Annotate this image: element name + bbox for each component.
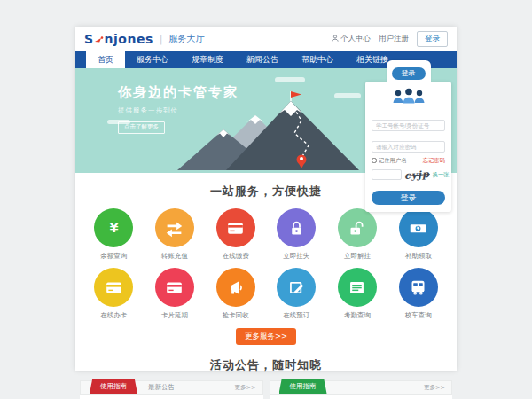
banknote-icon: ¥ — [399, 208, 438, 247]
service-item[interactable]: 立即解挂 — [327, 208, 388, 261]
left-more-link[interactable]: 更多>> — [235, 384, 256, 392]
register-link[interactable]: 用户注册 — [379, 34, 409, 44]
forgot-password-link[interactable]: 忘记密码 — [423, 157, 445, 165]
edit-icon — [277, 268, 316, 307]
logo[interactable]: S njones | 服务大厅 — [84, 31, 205, 48]
nav-item-news[interactable]: 新闻公告 — [235, 51, 290, 68]
webpage: S njones | 服务大厅 个人中心 用户注册 登录 首页 服务中心 规章制… — [75, 27, 457, 371]
personal-center-link[interactable]: 个人中心 — [332, 34, 371, 44]
announcements-left-panel: 使用指南 最新公告 更多>> — [80, 380, 263, 399]
service-label: 卡片延期 — [145, 311, 206, 320]
yen-icon: ¥ — [94, 208, 133, 247]
service-item[interactable]: ¥余额查询 — [83, 208, 145, 261]
unlock-icon — [338, 208, 377, 247]
site-header: S njones | 服务大厅 个人中心 用户注册 登录 — [75, 27, 457, 51]
hero-text-block: 你身边的卡管专家 提供服务一步到位 点击了解更多 — [118, 84, 239, 134]
more-services-button[interactable]: 更多服务>> — [236, 328, 296, 345]
cloud-decoration — [275, 77, 305, 82]
service-item[interactable]: 捡卡回收 — [205, 268, 266, 320]
nav-item-rules[interactable]: 规章制度 — [180, 51, 235, 68]
service-label: 立即挂失 — [266, 252, 327, 261]
service-label: 在线预订 — [266, 311, 327, 320]
login-panel: 登录 记住用户名 忘记密码 cyjp 换一张 — [365, 60, 451, 212]
card-icon — [155, 268, 194, 307]
tab-usage-guide-left[interactable]: 使用指南 — [90, 379, 137, 394]
service-item[interactable]: 校车查询 — [387, 268, 449, 320]
logo-divider: | — [160, 34, 163, 45]
service-item[interactable]: 考勤查询 — [327, 268, 388, 320]
service-item[interactable]: 在线办卡 — [83, 268, 145, 320]
person-icon — [332, 35, 339, 43]
hero-title: 你身边的卡管专家 — [118, 84, 239, 101]
login-tab: 登录 — [387, 60, 431, 82]
login-submit-button[interactable]: 登录 — [372, 191, 445, 205]
nav-item-home[interactable]: 首页 — [86, 51, 125, 68]
logo-text-left: S — [84, 32, 94, 46]
service-label: 在线缴费 — [205, 252, 266, 261]
remember-checkbox[interactable] — [372, 158, 377, 163]
captcha-input[interactable] — [372, 169, 402, 180]
service-label: 校车查询 — [387, 311, 449, 320]
list-icon — [338, 268, 377, 307]
hero-cta-button[interactable]: 点击了解更多 — [118, 121, 165, 134]
service-label: 转账充值 — [145, 252, 206, 261]
transfer-icon — [155, 208, 194, 247]
tab-latest-announcements[interactable]: 最新公告 — [148, 383, 175, 392]
login-form: 记住用户名 忘记密码 cyjp 换一张 登录 — [365, 82, 451, 213]
service-label: 余额查询 — [83, 252, 145, 261]
announcements-right-panel: 使用指南 更多>> — [270, 380, 453, 399]
right-more-link[interactable]: 更多>> — [424, 384, 445, 392]
service-label: 在线办卡 — [83, 311, 145, 320]
captcha-image: cyjp — [404, 168, 431, 182]
services-grid: ¥余额查询转账充值在线缴费立即挂失立即解挂¥补助领取在线办卡卡片延期捡卡回收在线… — [83, 208, 449, 320]
service-item[interactable]: 转账充值 — [145, 208, 206, 261]
hero-subtitle: 提供服务一步到位 — [118, 106, 239, 115]
card-icon — [216, 208, 255, 247]
service-label: 考勤查询 — [327, 311, 388, 320]
megaphone-icon — [216, 268, 255, 307]
logo-arrow-icon — [95, 31, 104, 48]
nav-item-service-center[interactable]: 服务中心 — [125, 51, 180, 68]
username-input[interactable] — [372, 120, 445, 131]
password-input[interactable] — [372, 141, 445, 153]
nav-item-help[interactable]: 帮助中心 — [290, 51, 345, 68]
service-item[interactable]: 在线预订 — [266, 268, 327, 320]
tab-usage-guide-right[interactable]: 使用指南 — [279, 379, 327, 394]
site-name: 服务大厅 — [169, 33, 205, 45]
users-icon — [372, 88, 445, 109]
service-item[interactable]: 在线缴费 — [205, 208, 266, 261]
service-label: 捡卡回收 — [205, 311, 266, 320]
service-label: 补助领取 — [387, 252, 449, 261]
service-item[interactable]: ¥补助领取 — [387, 208, 449, 261]
service-item[interactable]: 卡片延期 — [145, 268, 206, 320]
captcha-refresh-link[interactable]: 换一张 — [433, 171, 450, 179]
login-tab-button[interactable]: 登录 — [392, 67, 426, 80]
lock-icon — [277, 208, 316, 247]
header-actions: 个人中心 用户注册 登录 — [332, 31, 448, 47]
service-label: 立即解挂 — [327, 252, 388, 261]
service-item[interactable]: 立即挂失 — [266, 208, 327, 261]
svg-text:¥: ¥ — [109, 221, 118, 235]
announcements-title: 活动公告，随时知晓 — [75, 357, 457, 373]
card-icon — [94, 268, 133, 307]
bus-icon — [399, 268, 438, 307]
announcements-section: 活动公告，随时知晓 使用指南 最新公告 更多>> 使用指南 更多>> — [75, 350, 457, 399]
logo-text-right: njones — [105, 32, 153, 46]
header-login-button[interactable]: 登录 — [417, 31, 448, 47]
remember-label: 记住用户名 — [379, 157, 406, 165]
